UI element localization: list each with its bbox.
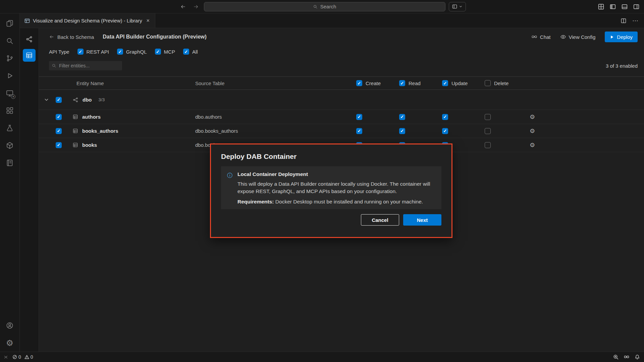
create-checkbox[interactable]	[356, 128, 362, 134]
row-settings-gear-icon[interactable]: ⚙	[530, 142, 535, 148]
toggle-secondary-sidebar-button[interactable]	[633, 4, 639, 10]
visualize-schema-icon[interactable]	[23, 33, 36, 46]
dialog-buttons: Cancel Next	[221, 214, 441, 226]
notifications-bell-icon[interactable]	[635, 354, 640, 360]
tab-visualize-design-schema[interactable]: Visualize and Design Schema (Preview) - …	[20, 13, 155, 28]
api-type-label: API Type	[49, 49, 69, 55]
table-grid-icon	[72, 114, 78, 120]
source-control-icon[interactable]	[2, 50, 18, 67]
schema-group-row: dbo 3/3	[39, 90, 644, 110]
more-actions-button[interactable]: ⋯	[632, 17, 639, 24]
toggle-panel-button[interactable]	[622, 4, 628, 10]
delete-all-checkbox[interactable]	[485, 80, 491, 86]
package-cube-icon[interactable]	[2, 137, 18, 154]
all-label: All	[192, 49, 198, 55]
requirements-text: Docker Desktop must be installed and run…	[274, 199, 423, 204]
view-config-eye-icon	[560, 34, 566, 40]
account-icon[interactable]	[2, 317, 18, 334]
settings-gear-icon[interactable]: ⚙	[2, 334, 18, 352]
deploy-play-icon	[610, 35, 614, 39]
graphql-label: GraphQL	[126, 49, 147, 55]
source-table: dbo.books_authors	[195, 128, 238, 134]
nav-back-button[interactable]	[178, 2, 188, 11]
cancel-button[interactable]: Cancel	[361, 214, 399, 226]
read-checkbox[interactable]	[399, 128, 405, 134]
back-to-schema-link[interactable]: Back to Schema	[49, 34, 94, 40]
view-config-button[interactable]: View Config	[560, 34, 596, 40]
tab-label: Visualize and Design Schema (Preview) - …	[33, 18, 142, 23]
update-all-checkbox[interactable]	[442, 80, 448, 86]
title-bar: Search	[0, 0, 644, 13]
requirements-line: Requirements: Docker Desktop must be ins…	[237, 199, 435, 205]
command-center: Search	[178, 2, 466, 11]
mcp-checkbox[interactable]	[155, 49, 161, 55]
test-beaker-icon[interactable]	[2, 119, 18, 137]
search-icon	[313, 4, 318, 9]
copilot-status-icon[interactable]	[624, 354, 629, 360]
column-update: Update	[451, 80, 468, 86]
chat-label: Chat	[540, 34, 551, 40]
filter-entities-wrap	[49, 61, 122, 70]
explorer-icon[interactable]	[2, 15, 18, 32]
page-header: Back to Schema Data API Builder Configur…	[39, 28, 644, 46]
header-source-cell: Source Table	[195, 80, 356, 86]
read-all-checkbox[interactable]	[399, 80, 405, 86]
group-chevron-cell	[39, 97, 54, 102]
row-settings-gear-icon[interactable]: ⚙	[530, 114, 535, 120]
remote-indicator-icon[interactable]	[3, 355, 8, 360]
filter-search-icon	[52, 63, 56, 68]
search-view-icon[interactable]	[2, 32, 18, 50]
run-debug-icon[interactable]	[2, 67, 18, 84]
group-dbo-checkbox[interactable]	[56, 97, 62, 103]
extensions-icon[interactable]	[2, 102, 18, 119]
row-settings-gear-icon[interactable]: ⚙	[530, 128, 535, 134]
search-command-center[interactable]: Search	[204, 2, 445, 11]
tab-close-icon[interactable]: ✕	[145, 17, 151, 24]
errors-icon	[12, 355, 17, 359]
status-bar-left: 0 0	[3, 354, 33, 360]
delete-checkbox[interactable]	[485, 114, 491, 120]
read-checkbox[interactable]	[399, 114, 405, 120]
update-checkbox[interactable]	[442, 128, 448, 134]
create-all-checkbox[interactable]	[356, 80, 362, 86]
filter-row: 3 of 3 enabled	[39, 58, 644, 76]
dialog-info-box: Local Container Deployment This will dep…	[221, 166, 441, 209]
status-bar-right	[613, 354, 640, 360]
delete-checkbox[interactable]	[485, 128, 491, 134]
row-checkbox[interactable]	[56, 128, 62, 134]
all-checkbox[interactable]	[183, 49, 189, 55]
toggle-sidebar-button[interactable]	[610, 4, 616, 10]
header-entity-cell: Entity Name	[67, 80, 195, 86]
chat-button[interactable]: Chat	[531, 34, 551, 40]
row-checkbox[interactable]	[56, 142, 62, 148]
entities-table-header: Entity Name Source Table Create Read	[39, 76, 644, 90]
layout-sidebar-right-icon	[633, 4, 639, 10]
table-grid-icon	[72, 142, 78, 148]
nav-forward-button[interactable]	[191, 2, 201, 11]
column-delete: Delete	[494, 80, 508, 86]
update-checkbox[interactable]	[442, 114, 448, 120]
create-checkbox[interactable]	[356, 114, 362, 120]
info-icon	[226, 172, 233, 205]
customize-layout-button[interactable]	[598, 4, 604, 10]
next-button[interactable]: Next	[403, 214, 441, 226]
table-designer-icon[interactable]	[23, 49, 36, 62]
problems-indicator[interactable]: 0 0	[12, 354, 33, 360]
notebook-icon[interactable]	[2, 154, 18, 172]
layout-dropdown-button[interactable]	[449, 2, 466, 11]
split-editor-button[interactable]	[621, 18, 626, 23]
remote-explorer-icon[interactable]: ✕	[2, 84, 18, 102]
graphql-checkbox[interactable]	[117, 49, 123, 55]
delete-checkbox[interactable]	[485, 142, 491, 148]
row-checkbox[interactable]	[56, 114, 62, 120]
warnings-icon	[24, 355, 29, 359]
rest-api-checkbox[interactable]	[77, 49, 84, 55]
enabled-summary: 3 of 3 enabled	[606, 63, 638, 69]
group-expand-chevron-icon[interactable]	[44, 97, 49, 102]
filter-entities-input[interactable]	[49, 61, 122, 70]
zoom-in-icon[interactable]	[613, 354, 619, 360]
header-actions: Chat View Config Deploy	[531, 32, 638, 42]
split-editor-icon	[621, 18, 626, 23]
deploy-button[interactable]: Deploy	[605, 32, 638, 42]
header-create-cell: Create	[356, 80, 399, 86]
